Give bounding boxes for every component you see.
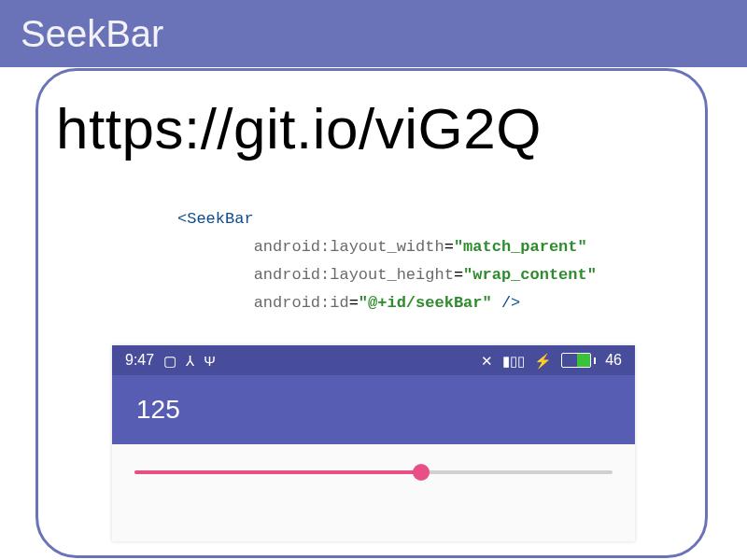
code-attr-width: android:layout_width — [254, 238, 444, 256]
app-bar: 125 — [112, 375, 635, 444]
status-right: ✕ ▮▯▯ ⚡ 46 — [481, 352, 622, 369]
charge-icon: ⚡ — [534, 354, 552, 368]
seekbar[interactable] — [134, 470, 613, 474]
share-icon: ⅄ — [186, 354, 194, 368]
phone-mock: 9:47 ▢ ⅄ Ψ ✕ ▮▯▯ ⚡ 46 125 — [112, 345, 635, 541]
code-tag-open: <SeekBar — [177, 210, 254, 228]
code-attr-id: android:id — [254, 294, 349, 312]
code-val-width: "match_parent" — [454, 238, 587, 256]
seekbar-progress — [134, 470, 421, 474]
battery-fill — [577, 354, 590, 367]
code-snippet: <SeekBar android:layout_width="match_par… — [177, 205, 597, 317]
code-val-height: "wrap_content" — [463, 266, 597, 284]
status-time: 9:47 — [125, 352, 154, 369]
battery-tip — [594, 357, 596, 364]
title-bar: SeekBar — [0, 0, 747, 70]
seek-value-label: 125 — [136, 395, 180, 425]
signal-icon: ▮▯▯ — [502, 354, 525, 368]
mute-icon: ✕ — [481, 354, 493, 368]
battery-body — [561, 353, 591, 368]
usb-icon: Ψ — [204, 354, 216, 368]
code-val-id: "@+id/seekBar" — [359, 294, 492, 312]
battery-percent: 46 — [605, 352, 622, 369]
code-attr-height: android:layout_height — [254, 266, 454, 284]
slide-title: SeekBar — [21, 13, 163, 55]
battery-indicator — [561, 353, 596, 368]
code-tag-close: /> — [492, 294, 521, 312]
slide: SeekBar https://git.io/viG2Q <SeekBar an… — [0, 0, 747, 560]
image-icon: ▢ — [163, 354, 176, 368]
seekbar-thumb[interactable] — [413, 464, 430, 481]
url-text: https://git.io/viG2Q — [56, 95, 542, 161]
seekbar-area — [112, 444, 635, 526]
status-bar: 9:47 ▢ ⅄ Ψ ✕ ▮▯▯ ⚡ 46 — [112, 345, 635, 375]
status-left: 9:47 ▢ ⅄ Ψ — [125, 352, 216, 369]
